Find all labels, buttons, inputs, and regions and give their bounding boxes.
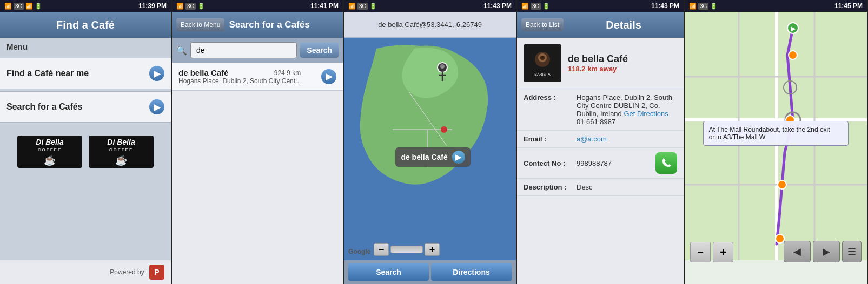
zoom-in-button[interactable]: + — [425, 243, 440, 256]
get-directions-link[interactable]: Get Directions — [624, 110, 668, 118]
svg-text:▶: ▶ — [791, 25, 796, 32]
powered-by-label: Powered by: — [110, 268, 146, 276]
map-nav-controls: ◀ ▶ ☰ — [784, 241, 862, 262]
search-cafes-item[interactable]: Search for a Cafés ▶ — [0, 91, 171, 123]
search-input[interactable] — [190, 42, 297, 58]
map-search-button[interactable]: Search — [348, 263, 429, 281]
nav-back-button[interactable]: ◀ — [784, 241, 811, 262]
email-label: Email : — [524, 135, 572, 143]
cafe-info: de bella Café 118.2 km away — [568, 53, 628, 73]
zoom-slider[interactable] — [390, 246, 423, 253]
battery-icon-3: 🔋 — [369, 3, 377, 10]
battery-icon-4: 🔋 — [542, 3, 550, 10]
email-value[interactable]: a@a.com — [577, 135, 677, 143]
svg-point-4 — [441, 126, 447, 133]
panel1-header: Find a Café — [0, 12, 171, 38]
find-near-me-item[interactable]: Find a Café near me ▶ — [0, 58, 171, 89]
cafe-name: de bella Café — [568, 53, 628, 65]
map-zoom-controls: − + — [690, 242, 733, 262]
map-address-text: de bella Café@53.3441,-6.26749 — [378, 21, 482, 29]
panel-find-cafe: 📶 3G 📶 🔋 11:39 PM Find a Café Menu Find … — [0, 0, 172, 284]
cafe-distance: 118.2 km away — [568, 65, 628, 73]
signal-icon-5: 📶 — [689, 3, 697, 10]
map-container[interactable]: de bella Café ▶ Google − + — [344, 38, 516, 260]
contact-value: 998988787 — [577, 159, 651, 167]
find-near-me-label: Find a Café near me — [6, 69, 89, 78]
directions-map[interactable]: ▶ At The Mall Roundabout, take the 2nd e… — [685, 12, 867, 284]
search-cafes-arrow[interactable]: ▶ — [149, 99, 164, 114]
time-2: 11:41 PM — [310, 2, 339, 10]
battery-icon: 🔋 — [35, 3, 42, 10]
map-address-bar: de bella Café@53.3441,-6.26749 — [344, 12, 516, 38]
panel4-header: Back to List Details — [517, 12, 684, 38]
nav-forward-button[interactable]: ▶ — [813, 241, 840, 262]
network-icon-3: 3G — [357, 3, 368, 10]
call-button[interactable] — [655, 152, 677, 174]
find-near-me-arrow[interactable]: ▶ — [149, 66, 164, 81]
time-1: 11:39 PM — [138, 2, 167, 10]
dibella-logo-1: Di Bella COFFEE ☕ — [17, 136, 82, 168]
zoom-out-button[interactable]: − — [374, 243, 389, 256]
cafe-header: BARISTA de bella Café 118.2 km away — [517, 38, 684, 89]
details-content: BARISTA de bella Café 118.2 km away Addr… — [517, 38, 684, 284]
signal-icon-4: 📶 — [521, 3, 529, 10]
search-bar: 🔍 Search — [172, 38, 343, 63]
powered-by: Powered by: P — [0, 260, 171, 284]
panel-details: 📶 3G 🔋 11:43 PM Back to List Details BAR… — [517, 0, 685, 284]
contact-row: Contect No : 998988787 — [517, 148, 684, 179]
callout-nav-button[interactable]: ▶ — [452, 151, 465, 164]
signal-icon-2: 📶 — [176, 3, 184, 10]
signal-icon-3: 📶 — [348, 3, 356, 10]
time-5: 11:45 PM — [834, 2, 863, 10]
result-arrow-0[interactable]: ▶ — [321, 69, 336, 84]
status-icons-4: 📶 3G 🔋 — [521, 3, 550, 10]
map-directions-button[interactable]: Directions — [431, 263, 512, 281]
status-icons-1: 📶 3G 📶 🔋 — [4, 3, 42, 10]
network-icon-5: 3G — [698, 3, 708, 10]
status-bar-1: 📶 3G 📶 🔋 11:39 PM — [0, 0, 171, 12]
direction-text: At The Mall Roundabout, take the 2nd exi… — [709, 126, 830, 141]
result-address-0: Hogans Place, Dublin 2, South City Cent.… — [178, 77, 301, 85]
panel-search: 📶 3G 🔋 11:41 PM Back to Menu Search for … — [172, 0, 344, 284]
phone-number: 01 661 8987 — [577, 118, 615, 126]
network-icon-2: 3G — [185, 3, 196, 10]
svg-point-24 — [778, 180, 786, 189]
description-value: Desc — [577, 183, 677, 191]
svg-point-6 — [440, 64, 445, 69]
powered-icon: P — [149, 265, 164, 280]
time-3: 11:43 PM — [483, 2, 512, 10]
back-to-list-button[interactable]: Back to List — [521, 18, 564, 31]
panel2-header: Back to Menu Search for a Cafés — [172, 12, 343, 38]
logo-area: Di Bella COFFEE ☕ Di Bella COFFEE ☕ — [0, 125, 171, 179]
nav-menu-button[interactable]: ☰ — [842, 241, 862, 262]
result-item-0[interactable]: de bella Café 924.9 km Hogans Place, Dub… — [172, 63, 343, 91]
status-icons-2: 📶 3G 🔋 — [176, 3, 205, 10]
search-button[interactable]: Search — [300, 43, 339, 58]
back-to-menu-button[interactable]: Back to Menu — [176, 18, 224, 31]
contact-label: Contect No : — [524, 159, 572, 167]
dir-zoom-in-button[interactable]: + — [713, 242, 733, 262]
svg-text:BARISTA: BARISTA — [534, 72, 551, 76]
phone-icon — [660, 157, 672, 169]
google-label: Google — [348, 246, 370, 256]
description-row: Description : Desc — [517, 179, 684, 196]
status-bar-5: 📶 3G 🔋 11:45 PM — [685, 0, 867, 12]
description-label: Description : — [524, 183, 572, 191]
callout-text: de bella Café — [401, 153, 447, 161]
dir-zoom-out-button[interactable]: − — [690, 242, 711, 262]
svg-point-25 — [776, 234, 784, 243]
network-icon: 3G — [14, 3, 24, 10]
address-label: Address : — [524, 93, 572, 102]
status-icons-5: 📶 3G 🔋 — [689, 3, 718, 10]
time-4: 11:43 PM — [651, 2, 679, 10]
network-icon-4: 3G — [531, 3, 541, 10]
dibella-logo-2: Di Bella COFFEE ☕ — [89, 136, 154, 168]
user-marker — [436, 62, 449, 86]
details-title: Details — [568, 19, 679, 31]
zoom-controls: − + — [374, 243, 440, 256]
wifi-icon: 📶 — [25, 3, 33, 10]
panel1-content: Menu Find a Café near me ▶ Search for a … — [0, 38, 171, 260]
status-bar-3: 📶 3G 🔋 11:43 PM — [344, 0, 516, 12]
direction-callout: At The Mall Roundabout, take the 2nd exi… — [703, 121, 849, 146]
svg-point-22 — [789, 51, 797, 59]
